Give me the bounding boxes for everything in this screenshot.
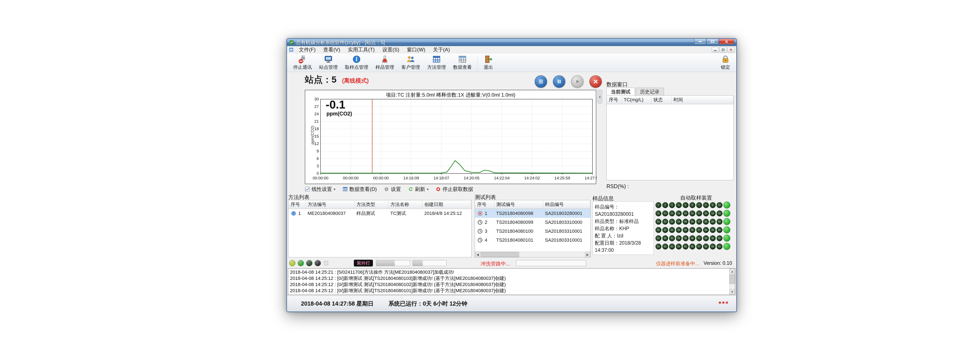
- sampler-vial[interactable]: 59: [710, 243, 716, 250]
- mdi-minimize-button[interactable]: [712, 47, 719, 53]
- sampler-vial[interactable]: 40: [716, 227, 722, 233]
- sampler-vial[interactable]: 3: [669, 202, 675, 208]
- method-button[interactable]: 方法管理: [423, 54, 450, 71]
- sampler-vial[interactable]: 48: [703, 235, 709, 241]
- sampler-vial[interactable]: 41: [655, 235, 662, 241]
- sampler-vial[interactable]: 38: [703, 227, 709, 233]
- sample-button[interactable]: 样品管理: [372, 54, 398, 71]
- sampler-vial[interactable]: 22: [662, 219, 668, 225]
- sampler-vial[interactable]: 5: [682, 202, 689, 208]
- sampler-vial[interactable]: 10: [716, 202, 722, 208]
- sampler-vial[interactable]: 30: [716, 219, 722, 225]
- menu-item-2[interactable]: 查看(V): [320, 46, 344, 53]
- column-header[interactable]: 样品编号: [543, 200, 590, 209]
- table-row[interactable]: 1TS201804080098SA201803280001: [475, 209, 590, 218]
- sampler-vial[interactable]: 7: [696, 202, 702, 208]
- lock-button[interactable]: 锁定: [717, 54, 734, 71]
- sampler-vial[interactable]: 16: [689, 210, 695, 216]
- sampler-vial[interactable]: 21: [655, 219, 662, 225]
- scroll-down-arrow[interactable]: ▼: [730, 289, 735, 294]
- collapse-panel-button[interactable]: ‹: [598, 90, 602, 103]
- sampler-vial[interactable]: 51: [655, 243, 662, 250]
- sampler-vial[interactable]: 35: [682, 227, 689, 233]
- sampler-vial[interactable]: 55: [682, 243, 689, 250]
- table-row[interactable]: 2TS201804080099SA201803310000: [475, 218, 590, 227]
- table-row[interactable]: 1ME201804080037样品测试TC测试2018/4/8 14:25:12: [288, 209, 471, 218]
- sampler-vial[interactable]: 27: [696, 219, 702, 225]
- column-header[interactable]: 测试编号: [494, 200, 543, 209]
- exit-button[interactable]: 退出: [480, 54, 496, 71]
- sampler-vial[interactable]: 57: [696, 243, 702, 250]
- sampler-vial[interactable]: 44: [676, 235, 682, 241]
- sampler-vial[interactable]: 24: [676, 219, 682, 225]
- sampler-vial[interactable]: 8: [703, 202, 709, 208]
- sampler-vial[interactable]: 1: [655, 202, 662, 208]
- sampler-vial[interactable]: 33: [669, 227, 675, 233]
- column-header[interactable]: 方法名称: [388, 200, 422, 209]
- column-header[interactable]: 序号: [475, 200, 494, 209]
- sampler-vial[interactable]: 43: [669, 235, 675, 241]
- stop-comm-button[interactable]: 停止通讯: [290, 54, 315, 71]
- sampler-vial[interactable]: 28: [703, 219, 709, 225]
- sampler-vial[interactable]: 42: [662, 235, 668, 241]
- sampler-vial[interactable]: 36: [689, 227, 695, 233]
- sampler-ready-vial[interactable]: [723, 226, 730, 234]
- tab-current-test[interactable]: 当前测试: [606, 88, 635, 95]
- pause-button[interactable]: [553, 75, 565, 88]
- sampler-vial[interactable]: 17: [696, 210, 702, 216]
- sampler-vial[interactable]: 39: [710, 227, 716, 233]
- scroll-left-arrow[interactable]: ◀: [475, 252, 480, 257]
- minimize-button[interactable]: [694, 39, 706, 44]
- sampler-vial[interactable]: 32: [662, 227, 668, 233]
- scrollbar-thumb[interactable]: [730, 275, 735, 284]
- sampler-ready-vial[interactable]: [723, 218, 730, 225]
- sample-point-button[interactable]: 取样点管理: [341, 54, 372, 71]
- sampler-ready-vial[interactable]: [723, 202, 730, 208]
- sampler-vial[interactable]: 4: [676, 202, 682, 208]
- vertical-scrollbar[interactable]: ▲ ▼: [729, 269, 735, 294]
- sampler-vial[interactable]: 49: [710, 235, 716, 241]
- sampler-vial[interactable]: 15: [682, 210, 689, 216]
- gear-link[interactable]: 设置: [384, 186, 401, 193]
- sampler-ready-vial[interactable]: [723, 210, 730, 217]
- sampler-vial[interactable]: 56: [689, 243, 695, 250]
- sampler-vial[interactable]: 6: [689, 202, 695, 208]
- column-header[interactable]: 方法编号: [305, 200, 354, 209]
- start-button[interactable]: [571, 75, 584, 88]
- menu-item-1[interactable]: 文件(F): [295, 46, 320, 53]
- sampler-vial[interactable]: 46: [689, 235, 695, 241]
- refresh-link[interactable]: 刷新▾: [408, 186, 428, 193]
- sampler-vial[interactable]: 14: [676, 210, 682, 216]
- title-bar[interactable]: 总有机碳分析系统软件(zcyby) - [站点：5]: [287, 39, 736, 46]
- sampler-vial[interactable]: 50: [716, 235, 722, 241]
- sampler-vial[interactable]: 54: [676, 243, 682, 250]
- data-view-button[interactable]: 数据查看: [450, 54, 476, 71]
- station-button[interactable]: 站点管理: [315, 54, 341, 71]
- sampler-vial[interactable]: 12: [662, 210, 668, 216]
- sampler-vial[interactable]: 9: [710, 202, 716, 208]
- stop-button[interactable]: [590, 75, 602, 88]
- sampler-vial[interactable]: 2: [662, 202, 668, 208]
- report-button[interactable]: [535, 75, 547, 88]
- grid-link[interactable]: 数据查看(D): [342, 186, 377, 193]
- sampler-vial[interactable]: 20: [716, 210, 722, 216]
- sampler-vial[interactable]: 58: [703, 243, 709, 250]
- tab-history[interactable]: 历史记录: [635, 88, 664, 95]
- sampler-vial[interactable]: 60: [716, 243, 722, 250]
- customer-button[interactable]: 客户管理: [398, 54, 423, 71]
- close-button[interactable]: [719, 39, 734, 44]
- horizontal-scrollbar[interactable]: ◀ ▶: [475, 252, 590, 257]
- sampler-vial[interactable]: 13: [669, 210, 675, 216]
- table-row[interactable]: 4TS201804080101SA201803310001: [475, 236, 590, 245]
- scrollbar-thumb[interactable]: [481, 252, 519, 257]
- column-header[interactable]: 方法类型: [354, 200, 388, 209]
- column-header[interactable]: 创建日期: [422, 200, 471, 209]
- sampler-vial[interactable]: 31: [655, 227, 662, 233]
- sampler-vial[interactable]: 34: [676, 227, 682, 233]
- menu-item-5[interactable]: 窗口(W): [403, 46, 429, 53]
- line-chart-link[interactable]: 线性设置▾: [305, 186, 336, 193]
- column-header[interactable]: 序号: [288, 200, 305, 209]
- sampler-vial[interactable]: 47: [696, 235, 702, 241]
- sampler-ready-vial[interactable]: [723, 235, 730, 242]
- column-header[interactable]: 序号: [607, 96, 622, 104]
